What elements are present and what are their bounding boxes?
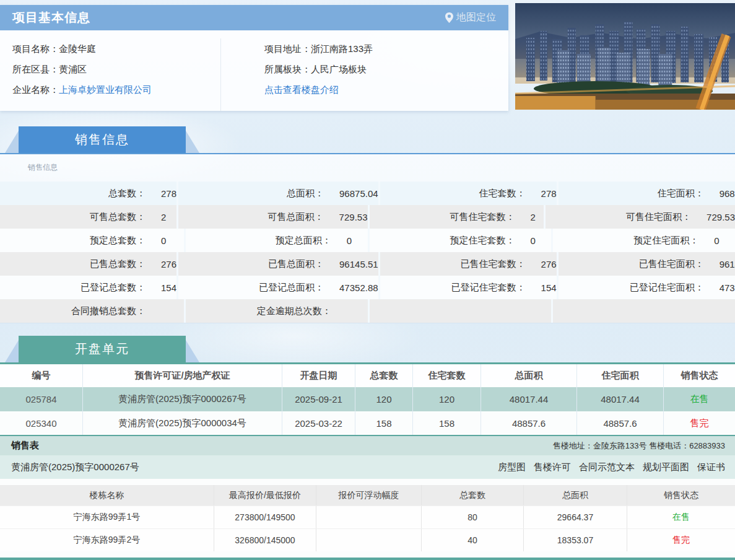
company-link[interactable]: 上海卓妙置业有限公司 [59,84,152,95]
tab-right-wing [186,340,199,362]
intro-link[interactable]: 点击查看楼盘介绍 [264,84,339,95]
si-label: 可售总套数： [0,211,146,223]
si-value: 276 [146,259,176,269]
floor-plan-link[interactable]: 房型图 [498,462,526,473]
status-badge: 售完 [627,529,735,551]
building-area: 18353.07 [523,529,627,551]
office-address-value: 金陵东路133号 [593,441,647,450]
project-name-label: 项目名称： [12,43,59,54]
unit-id: 025340 [0,411,82,435]
building-row: 宁海东路99弄1号 273800/149500 80 29664.37 在售 [0,505,735,528]
opening-unit-row[interactable]: 025340 黄浦房管(2025)预字0000034号 2025-03-22 1… [0,411,735,435]
si-value: 278 [146,188,176,199]
si-cell: 已售总面积：96145.51 [176,252,378,276]
si-cell: 总面积：96875.04 [176,182,378,205]
plate-row: 所属板块：人民广场板块 [264,59,508,79]
si-value: 2 [515,212,536,222]
si-value: 96145.51 [324,259,378,269]
si-label: 已登记总套数： [0,282,146,294]
status-badge: 在售 [627,506,735,528]
si-cell: 住宅套数：278 [378,182,557,205]
tab-right-wing [186,131,199,153]
si-value: 0 [698,235,719,246]
map-locate-link[interactable]: 地图定位 [445,11,496,24]
planning-plan-link[interactable]: 规划平面图 [643,462,689,473]
city-night-photo [515,3,735,110]
spacer [0,479,735,485]
opening-units-header-row: 编号 预售许可证/房地产权证 开盘日期 总套数 住宅套数 总面积 住宅面积 销售… [0,364,735,387]
column-header: 总面积 [481,364,576,387]
building-price: 273800/149500 [214,506,316,528]
si-cell: 已售住宅套数：276 [378,252,557,276]
page-title: 项目基本信息 [12,9,90,26]
building-price: 326800/145000 [214,529,316,551]
address-label: 项目地址： [264,43,311,54]
unit-total-area: 48017.44 [481,387,576,411]
si-label: 可售住宅套数： [370,211,515,223]
unit-total-units: 158 [355,411,412,435]
column-header: 销售状态 [663,364,735,387]
si-label: 已登记住宅套数： [380,282,526,294]
unit-license: 黄浦房管(2025)预字0000267号 [82,387,282,411]
column-header: 总面积 [523,485,627,505]
si-label: 住宅套数： [380,188,526,199]
status-badge: 售完 [663,411,735,435]
sales-table-header-bar: 销售表 售楼地址：金陵东路133号 售楼电话：62883933 [0,436,735,455]
si-label: 可售总面积： [178,211,324,223]
document-links: 房型图 售楼许可 合同示范文本 规划平面图 保证书 [498,462,725,473]
guarantee-link[interactable]: 保证书 [697,462,725,473]
sales-info-panel-label: 销售信息 [0,154,735,182]
sales-info-row-1: 总套数：278 总面积：96875.04 住宅套数：278 住宅面积：96875… [0,182,735,205]
si-value: 729.53 [691,212,735,222]
office-address-label: 售楼地址： [553,441,593,450]
si-value: 154 [526,282,557,293]
unit-residential-area: 48017.44 [576,387,663,411]
si-cell: 可售住宅套数：2 [368,205,544,229]
project-info-body: 项目名称：金陵华庭 所在区县：黄浦区 企业名称：上海卓妙置业有限公司 项目地址：… [0,30,508,111]
opening-unit-row-selected[interactable]: 025784 黄浦房管(2025)预字0000267号 2025-09-21 1… [0,387,735,411]
si-label: 已售住宅面积： [559,258,704,270]
si-label: 已售总套数： [0,258,146,270]
sales-info-row-5: 已登记总套数：154 已登记总面积：47352.88 已登记住宅套数：154 已… [0,276,735,299]
building-float-range [316,529,421,551]
si-value: 276 [526,259,557,269]
tab-left-wing [5,340,19,362]
si-value: 154 [146,282,176,293]
building-units: 80 [421,506,523,528]
sales-table-section: 销售表 售楼地址：金陵东路133号 售楼电话：62883933 黄浦房管(202… [0,436,735,560]
sales-info-row-2: 可售总套数：2 可售总面积：729.53 可售住宅套数：2 可售住宅面积：729… [0,205,735,229]
si-cell: 可售总套数：2 [0,205,176,229]
si-value: 2 [146,212,166,222]
project-info-header: 项目基本信息 地图定位 [0,5,508,30]
si-label: 已登记总面积： [178,282,324,294]
si-value: 96145.51 [704,259,735,269]
tab-left-wing [5,131,19,153]
si-cell: 已登记住宅套数：154 [378,276,557,299]
si-label: 已登记住宅面积： [559,282,704,294]
sales-permit-link[interactable]: 售楼许可 [534,462,571,473]
si-label: 预定总面积： [186,235,331,247]
column-header: 总套数 [355,364,412,387]
map-locate-label: 地图定位 [456,11,496,24]
opening-units-tab-title: 开盘单元 [19,336,186,362]
sales-info-panel: 销售信息 总套数：278 总面积：96875.04 住宅套数：278 住宅面积：… [0,153,735,323]
si-cell: 预定总套数：0 [0,229,184,252]
building-area: 29664.37 [523,506,627,528]
si-cell: 总套数：278 [0,182,176,205]
plate-label: 所属板块： [264,64,311,74]
building-row: 宁海东路99弄2号 326800/145000 40 18353.07 售完 [0,528,735,551]
license-bar: 黄浦房管(2025)预字0000267号 房型图 售楼许可 合同示范文本 规划平… [0,455,735,479]
column-header: 编号 [0,364,82,387]
contract-sample-link[interactable]: 合同示范文本 [579,462,635,473]
building-float-range [316,506,421,528]
column-header: 预售许可证/房地产权证 [82,364,282,387]
si-label: 可售住宅面积： [546,211,691,223]
sales-info-row-3: 预定总套数：0 预定总面积：0 预定住宅套数：0 预定住宅面积：0 [0,229,735,252]
si-cell: 预定住宅套数：0 [368,229,552,252]
si-cell: 预定住宅面积：0 [551,229,735,252]
si-value: 0 [515,235,536,246]
unit-date: 2025-03-22 [282,411,355,435]
project-name-row: 项目名称：金陵华庭 [12,38,220,59]
project-info-right-column: 项目地址：浙江南路133弄 所属板块：人民广场板块 点击查看楼盘介绍 [221,38,508,111]
column-header: 住宅面积 [576,364,663,387]
